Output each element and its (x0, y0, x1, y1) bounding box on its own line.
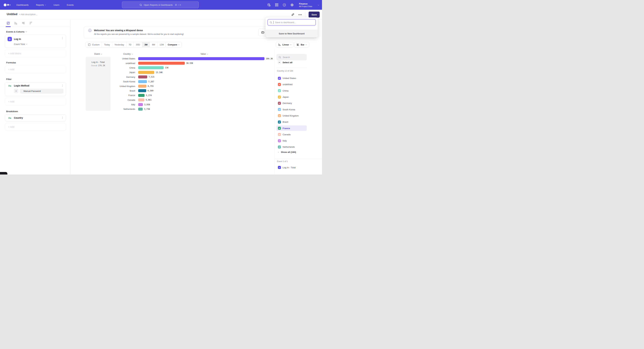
add-filter-button[interactable]: + Add (5, 98, 66, 105)
nav-item-events[interactable]: Events (67, 4, 74, 6)
country-checkbox-checked[interactable] (278, 102, 281, 105)
country-checkbox-checked[interactable] (278, 145, 281, 148)
value-bar[interactable] (138, 75, 147, 78)
metric-aggregation[interactable]: Count Total (14, 43, 64, 45)
country-filter-item[interactable]: France (275, 125, 322, 131)
country-filter-item[interactable]: undefined (275, 81, 322, 87)
tab-flows[interactable] (22, 21, 25, 25)
range-30d[interactable]: 30D (134, 42, 142, 47)
filter-value[interactable]: Manual Password (20, 89, 64, 93)
save-to-new-dashboard-button[interactable]: Save to New Dashboard (266, 30, 318, 37)
metric-kebab-icon[interactable]: ⋮ (61, 37, 64, 39)
value-bar[interactable] (138, 57, 264, 60)
help-icon[interactable]: ? (282, 3, 286, 7)
value-bar[interactable] (138, 62, 185, 65)
breakdown-kebab-icon[interactable]: ⋮ (61, 116, 64, 119)
filter-card[interactable]: ⋮ Aa Login Method = Manual Password (5, 82, 66, 96)
global-search-input[interactable]: Open Reports & Dashboards ⌘ + K (122, 1, 199, 8)
metric-event-name[interactable]: Log In (14, 38, 21, 40)
country-checkbox-checked[interactable] (278, 89, 281, 92)
events-cohorts-header[interactable]: Events & Cohorts (6, 30, 70, 33)
country-checkbox-checked[interactable] (278, 139, 281, 142)
range-today[interactable]: Today (102, 42, 112, 47)
report-description-placeholder[interactable]: + Add description... (19, 13, 38, 15)
save-dashboard-search-input[interactable]: Save to dashboard... (268, 19, 316, 25)
tab-retention[interactable] (29, 21, 33, 25)
apps-grid-icon[interactable] (275, 3, 278, 7)
country-filter-item[interactable]: Germany (275, 100, 322, 106)
value-bar[interactable] (138, 98, 144, 101)
select-all-checkbox-indeterminate[interactable] (278, 61, 281, 64)
country-checkbox-checked[interactable] (278, 83, 281, 86)
compare-button[interactable]: Compare (165, 42, 182, 47)
range-custom[interactable]: Custom (86, 42, 102, 47)
value-bar[interactable] (138, 89, 146, 92)
filter-operator[interactable]: = (14, 89, 18, 93)
breakdown-card[interactable]: ⋮ Aa Country (5, 114, 66, 121)
data-management-icon[interactable] (267, 3, 271, 7)
nav-item-users[interactable]: Users (54, 4, 59, 6)
country-filter-item[interactable]: Italy (275, 138, 322, 144)
value-bar[interactable] (138, 94, 144, 97)
country-checkbox-checked[interactable] (278, 95, 281, 99)
country-checkbox-checked[interactable] (278, 114, 281, 117)
range-6m[interactable]: 6M (150, 42, 157, 47)
country-checkbox-checked[interactable] (278, 120, 281, 124)
save-button[interactable]: Save (308, 11, 320, 17)
add-formula-button[interactable]: + Add (5, 65, 66, 73)
column-header-value[interactable]: Value (200, 53, 208, 55)
range-yesterday[interactable]: Yesterday (112, 42, 126, 47)
show-all-row[interactable]: Show all (184) (278, 150, 296, 155)
value-bar[interactable] (138, 80, 147, 83)
range-3m[interactable]: 3M (142, 42, 150, 47)
filter-property-name[interactable]: Login Method (14, 84, 29, 87)
chart-type-button[interactable]: Bar (294, 42, 309, 47)
string-property-icon: Aa (8, 84, 12, 87)
range-7d[interactable]: 7D (126, 42, 134, 47)
country-filter-item[interactable]: Japan (275, 94, 322, 100)
country-checkbox-checked[interactable] (278, 133, 281, 136)
value-bar[interactable] (138, 103, 143, 106)
country-checkbox-checked[interactable] (278, 77, 281, 80)
mixpanel-logo-icon[interactable] (4, 3, 12, 6)
country-checkbox-checked[interactable] (278, 108, 281, 111)
add-metric-button[interactable]: + Add Metric (5, 50, 66, 57)
country-filter-item[interactable]: Canada (275, 131, 322, 138)
country-filter-item[interactable]: Brazil (275, 119, 322, 125)
country-filter-item[interactable]: United Kingdom (275, 113, 322, 119)
event-checkbox-checked[interactable] (278, 166, 281, 169)
value-bar[interactable] (138, 108, 143, 111)
column-header-event[interactable]: Event (94, 53, 102, 55)
scale-selector-button[interactable]: Linear (276, 42, 294, 47)
range-12m[interactable]: 12M (157, 42, 166, 47)
report-title[interactable]: Untitled (7, 12, 17, 16)
nav-item-reports[interactable]: Reports (36, 4, 46, 6)
project-chevron-down-icon[interactable] (318, 4, 319, 5)
event-legend-item[interactable]: Log In - Total (278, 165, 296, 170)
metric-card[interactable]: ⋮ A Log In Count Total (5, 35, 66, 48)
tab-insights[interactable] (6, 21, 10, 25)
add-breakdown-button[interactable]: + Add (5, 123, 66, 131)
project-switcher[interactable]: Finance All Project Data (299, 2, 312, 7)
country-filter-item[interactable]: China (275, 88, 322, 94)
settings-gear-icon[interactable] (290, 3, 294, 7)
legend-search-input[interactable]: Search (276, 54, 307, 60)
filter-kebab-icon[interactable]: ⋮ (61, 84, 64, 87)
country-filter-item[interactable]: Netherlands (275, 144, 322, 150)
select-all-row[interactable]: Select all (278, 61, 292, 64)
country-filter-item[interactable]: United States (275, 75, 322, 81)
chat-widget-peek[interactable] (0, 172, 8, 174)
copy-link-icon[interactable] (291, 12, 295, 17)
value-bar[interactable] (138, 66, 164, 69)
tab-funnels[interactable] (14, 21, 18, 25)
country-filter-item[interactable]: South Korea (275, 106, 322, 112)
column-header-country[interactable]: Country (123, 53, 133, 55)
nav-item-dashboards[interactable]: Dashboards (16, 4, 29, 6)
breakdown-property-name[interactable]: Country (14, 116, 23, 119)
value-bar[interactable] (138, 71, 154, 74)
more-options-icon[interactable]: ••• (298, 12, 302, 17)
country-checkbox-checked[interactable] (278, 127, 281, 130)
country-filter-label: Italy (282, 139, 287, 142)
value-bar[interactable] (138, 85, 146, 88)
search-icon (278, 56, 281, 58)
